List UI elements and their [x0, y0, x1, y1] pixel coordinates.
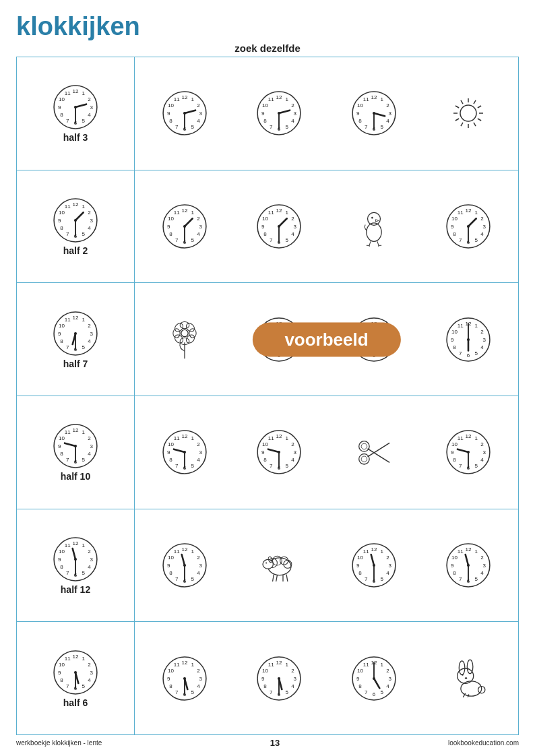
- clock-cell: 123456789101112: [255, 655, 303, 702]
- svg-text:10: 10: [262, 216, 268, 222]
- svg-text:11: 11: [268, 210, 274, 216]
- svg-text:5: 5: [191, 576, 195, 582]
- svg-text:3: 3: [90, 330, 93, 336]
- svg-text:10: 10: [262, 328, 268, 334]
- svg-text:9: 9: [58, 443, 61, 449]
- svg-text:1: 1: [286, 210, 289, 216]
- svg-text:10: 10: [451, 216, 458, 222]
- time-label: half 3: [63, 132, 88, 143]
- svg-text:1: 1: [191, 96, 195, 102]
- svg-line-336: [276, 575, 278, 581]
- svg-text:11: 11: [458, 435, 464, 441]
- svg-text:2: 2: [480, 441, 484, 447]
- svg-point-278: [361, 456, 367, 462]
- svg-point-386: [74, 671, 77, 674]
- svg-line-76: [478, 106, 481, 108]
- svg-point-294: [467, 451, 470, 453]
- svg-text:1: 1: [286, 662, 289, 668]
- svg-point-439: [465, 677, 467, 679]
- svg-text:8: 8: [358, 570, 362, 576]
- icon-cell-flower: [161, 316, 208, 363]
- svg-text:12: 12: [182, 660, 188, 666]
- svg-text:7: 7: [66, 231, 69, 237]
- svg-text:3: 3: [90, 104, 93, 111]
- svg-text:4: 4: [292, 344, 295, 350]
- svg-text:9: 9: [167, 224, 170, 230]
- svg-text:2: 2: [292, 328, 295, 334]
- svg-text:7: 7: [270, 237, 273, 243]
- svg-text:11: 11: [174, 662, 180, 668]
- svg-text:9: 9: [356, 563, 360, 569]
- svg-text:5: 5: [82, 118, 86, 124]
- clock-cell: 123456789101112: [161, 542, 208, 589]
- svg-text:8: 8: [60, 564, 63, 570]
- clock-face: 123456789101112: [161, 203, 208, 250]
- svg-line-67: [474, 123, 476, 126]
- svg-point-173: [173, 321, 185, 333]
- icon-cell-scissors: [350, 429, 398, 476]
- svg-point-168: [189, 328, 196, 338]
- svg-text:4: 4: [197, 231, 200, 237]
- clock-cell: 123456789101112: [350, 316, 398, 363]
- clock-face: 123456789101112: [445, 203, 492, 250]
- svg-text:11: 11: [458, 323, 464, 329]
- svg-text:8: 8: [453, 231, 456, 237]
- svg-text:1: 1: [380, 662, 383, 668]
- svg-text:2: 2: [88, 548, 91, 555]
- svg-text:4: 4: [88, 564, 91, 570]
- page: klokkijken zoek dezelfde 123456789101112…: [0, 0, 535, 756]
- svg-point-274: [358, 454, 369, 464]
- svg-text:2: 2: [386, 555, 389, 561]
- clock-cell: 123456789101112: [350, 542, 398, 589]
- svg-text:10: 10: [168, 555, 174, 561]
- lamb-icon: [259, 545, 299, 586]
- svg-line-69: [461, 123, 463, 126]
- svg-text:2: 2: [386, 667, 389, 673]
- svg-text:7: 7: [365, 124, 368, 130]
- svg-text:10: 10: [168, 441, 174, 447]
- svg-text:3: 3: [482, 563, 486, 569]
- svg-text:1: 1: [82, 317, 86, 323]
- svg-text:7: 7: [459, 576, 462, 582]
- scissors-icon: [354, 432, 394, 472]
- svg-text:7: 7: [270, 689, 273, 695]
- svg-point-224: [467, 338, 470, 341]
- svg-text:11: 11: [65, 90, 71, 96]
- svg-point-354: [373, 564, 375, 567]
- svg-text:1: 1: [474, 435, 478, 441]
- svg-text:12: 12: [276, 660, 282, 666]
- svg-text:2: 2: [480, 328, 484, 334]
- svg-text:3: 3: [199, 675, 203, 681]
- grid-row: 123456789101112 half 2 123456789101112 1…: [17, 170, 518, 284]
- svg-text:8: 8: [264, 458, 268, 464]
- svg-text:9: 9: [58, 669, 61, 675]
- svg-text:7: 7: [175, 463, 179, 469]
- grid-row: 123456789101112 half 6 123456789101112 1…: [17, 622, 518, 734]
- svg-text:3: 3: [482, 336, 486, 342]
- svg-text:2: 2: [386, 102, 389, 108]
- icon-cell-chick: [350, 203, 398, 250]
- svg-text:4: 4: [197, 458, 200, 464]
- svg-point-172: [173, 328, 180, 338]
- clock-face: 123456789101112: [52, 649, 99, 696]
- grid-row: 123456789101112 half 12 123456789101112 …: [17, 509, 518, 623]
- clock-face: 123456789101112: [445, 429, 492, 476]
- clock-face: 123456789101112: [350, 655, 398, 702]
- svg-text:11: 11: [268, 662, 274, 668]
- svg-point-15: [74, 106, 77, 108]
- svg-text:7: 7: [365, 689, 368, 695]
- svg-text:4: 4: [480, 570, 484, 576]
- label-cell: 123456789101112 half 7: [17, 283, 135, 396]
- clock-cell: 123456789101112: [445, 203, 492, 250]
- svg-text:2: 2: [197, 555, 200, 561]
- svg-text:2: 2: [88, 435, 91, 441]
- svg-text:8: 8: [358, 119, 362, 125]
- svg-text:5: 5: [380, 350, 383, 356]
- svg-text:4: 4: [480, 231, 484, 237]
- svg-text:10: 10: [59, 548, 65, 555]
- svg-text:11: 11: [174, 96, 180, 102]
- svg-text:7: 7: [175, 689, 179, 695]
- svg-point-326: [183, 564, 186, 567]
- clock-face: 123456789101112: [52, 197, 99, 244]
- svg-text:8: 8: [264, 344, 268, 350]
